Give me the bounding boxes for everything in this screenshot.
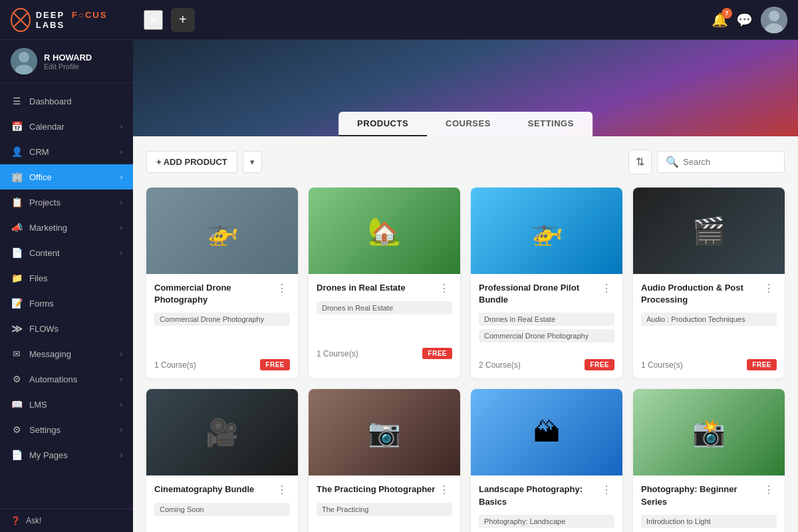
product-card: 📷 The Practicing Photographer ⋮ The Prac… (309, 389, 460, 532)
sidebar-item-forms[interactable]: 📝 Forms (0, 291, 133, 316)
notification-bell[interactable]: 🔔 7 (712, 12, 728, 28)
ask-icon: ❓ (11, 516, 21, 525)
free-badge: FREE (747, 359, 777, 370)
marketing-icon: 📣 (11, 221, 23, 233)
product-title: Drones in Real Estate (317, 282, 436, 294)
messaging-icon: ✉ (11, 348, 23, 360)
product-menu-button[interactable]: ⋮ (436, 282, 452, 295)
free-badge: FREE (422, 348, 452, 359)
automations-icon: ⚙ (11, 373, 23, 385)
tab-settings[interactable]: SETTINGS (509, 112, 593, 136)
sidebar-item-marketing[interactable]: 📣 Marketing › (0, 215, 133, 240)
logo-icon (11, 8, 31, 32)
sidebar-label-crm: CRM (29, 147, 114, 157)
dropdown-icon: ▾ (250, 157, 255, 167)
svg-point-4 (769, 11, 779, 21)
add-icon: + (179, 12, 187, 27)
product-title: Professional Drone Pilot Bundle (479, 282, 598, 306)
sidebar-label-dashboard: Dashboard (29, 96, 122, 106)
chevron-icon: › (120, 376, 122, 383)
product-thumbnail: 🎬 (633, 188, 785, 274)
product-tags: Photography: Landscape (479, 515, 614, 532)
product-thumbnail: 📸 (633, 389, 785, 475)
logo: DEEP F○CUS LABS (0, 0, 133, 40)
product-menu-button[interactable]: ⋮ (274, 483, 290, 496)
product-footer: 1 Course(s) FREE (641, 359, 777, 370)
product-body: Landscape Photography: Basics ⋮ Photogra… (471, 475, 622, 532)
thumb-emoji: 🚁 (471, 188, 622, 274)
product-title: Landscape Photography: Basics (479, 483, 598, 507)
chevron-icon: › (120, 199, 122, 206)
product-menu-button[interactable]: ⋮ (598, 483, 614, 496)
flows-icon: ≫ (11, 323, 23, 334)
product-menu-button[interactable]: ⋮ (274, 282, 290, 295)
sidebar-item-content[interactable]: 📄 Content › (0, 240, 133, 265)
filter-icon: ⇅ (636, 156, 644, 168)
product-title: Commercial Drone Photography (154, 282, 274, 306)
product-body: Drones in Real Estate ⋮ Drones in Real E… (309, 274, 460, 367)
files-icon: 📁 (11, 272, 23, 284)
sidebar-item-calendar[interactable]: 📅 Calendar › (0, 114, 133, 139)
product-card: 🎥 Cinematography Bundle ⋮ Coming Soon 1 … (146, 389, 298, 532)
product-tags: The Practicing (317, 503, 452, 532)
course-count: 2 Course(s) (479, 360, 521, 370)
messages-button[interactable]: 💬 (736, 12, 753, 28)
product-tags: Introduction to Light (641, 515, 777, 532)
product-title-row: Professional Drone Pilot Bundle ⋮ (479, 282, 614, 306)
sidebar-item-crm[interactable]: 👤 CRM › (0, 139, 133, 164)
search-input[interactable] (683, 157, 776, 167)
product-title: Cinematography Bundle (154, 483, 274, 495)
edit-profile-link[interactable]: Edit Profile (44, 63, 92, 70)
sidebar-label-automations: Automations (29, 374, 114, 384)
product-footer: 2 Course(s) FREE (479, 359, 614, 370)
add-button[interactable]: + (171, 8, 195, 32)
tab-products[interactable]: PRODUCTS (338, 112, 427, 136)
topbar: « + 🔔 7 💬 (133, 0, 798, 40)
sidebar-nav: ☰ Dashboard 📅 Calendar › 👤 CRM › 🏢 Offic… (0, 83, 133, 509)
ask-button[interactable]: ❓ Ask! (0, 509, 133, 532)
thumb-emoji: 📸 (633, 389, 785, 475)
product-thumbnail: 🏔 (471, 389, 622, 475)
sidebar-item-messaging[interactable]: ✉ Messaging › (0, 341, 133, 366)
main-content: « + 🔔 7 💬 PRODUCTS COURSES SETTINGS (133, 0, 798, 532)
sidebar-item-lms[interactable]: 📖 LMS › (0, 392, 133, 417)
chevron-icon: › (120, 148, 122, 156)
sidebar-item-projects[interactable]: 📋 Projects › (0, 190, 133, 215)
sidebar-item-dashboard[interactable]: ☰ Dashboard (0, 88, 133, 114)
filter-button[interactable]: ⇅ (628, 150, 652, 174)
sidebar-item-office[interactable]: 🏢 Office › (0, 164, 133, 190)
chevron-icon: › (120, 452, 122, 459)
product-menu-button[interactable]: ⋮ (436, 483, 452, 496)
thumb-emoji: 🚁 (146, 188, 298, 274)
dashboard-icon: ☰ (11, 95, 23, 107)
product-tag: Commercial Drone Photography (154, 313, 290, 326)
message-icon: 💬 (736, 13, 753, 27)
hero-banner: PRODUCTS COURSES SETTINGS (133, 40, 798, 136)
chevron-icon: › (120, 224, 122, 231)
course-count: 1 Course(s) (317, 349, 358, 358)
free-badge: FREE (260, 359, 290, 370)
chevron-icon: › (120, 123, 122, 130)
product-body: Photography: Beginner Series ⋮ Introduct… (633, 475, 785, 532)
product-menu-button[interactable]: ⋮ (598, 282, 614, 295)
product-menu-button[interactable]: ⋮ (761, 282, 777, 295)
product-title-row: Drones in Real Estate ⋮ (317, 282, 452, 295)
tab-courses[interactable]: COURSES (427, 112, 509, 136)
user-profile[interactable]: R HOWARD Edit Profile (0, 40, 133, 83)
user-avatar-topbar[interactable] (761, 7, 787, 33)
sidebar-item-automations[interactable]: ⚙ Automations › (0, 366, 133, 392)
dropdown-button[interactable]: ▾ (243, 151, 262, 173)
product-card: 📸 Photography: Beginner Series ⋮ Introdu… (633, 389, 785, 532)
lms-icon: 📖 (11, 398, 23, 410)
sidebar-item-settings[interactable]: ⚙ Settings › (0, 417, 133, 442)
projects-icon: 📋 (11, 196, 23, 208)
sidebar-item-files[interactable]: 📁 Files (0, 265, 133, 291)
product-title-row: Landscape Photography: Basics ⋮ (479, 483, 614, 507)
collapse-button[interactable]: « (144, 10, 163, 30)
add-product-button[interactable]: + ADD PRODUCT (146, 151, 237, 173)
content-area: + ADD PRODUCT ▾ ⇅ 🔍 🚁 Commercial Drone P… (133, 136, 798, 532)
sidebar-item-flows[interactable]: ≫ FLOWs (0, 316, 133, 341)
sidebar-item-mypages[interactable]: 📄 My Pages › (0, 442, 133, 467)
product-menu-button[interactable]: ⋮ (761, 483, 777, 496)
chevron-icon: › (120, 249, 122, 257)
